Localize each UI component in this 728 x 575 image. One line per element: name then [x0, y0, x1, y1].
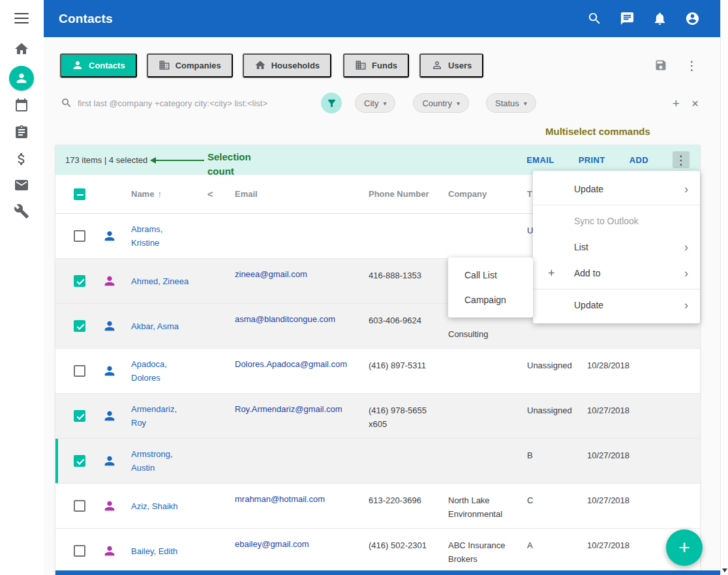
row-checkbox[interactable] [74, 320, 85, 332]
search-icon[interactable] [587, 11, 602, 26]
contact-name-link[interactable]: Armendariz, Roy [127, 394, 207, 438]
person-icon [102, 319, 117, 333]
billing-dollar-icon[interactable] [14, 151, 29, 167]
tab-contacts[interactable]: Contacts [60, 53, 137, 78]
menu-item-label: Sync to Outlook [574, 216, 639, 226]
column-header-email[interactable]: Email [235, 175, 369, 213]
tools-wrench-icon[interactable] [14, 203, 29, 219]
menu-item-add-to[interactable]: + Add to › [533, 260, 700, 286]
filter-chip-status[interactable]: Status▾ [486, 93, 536, 113]
person-icon [102, 409, 117, 423]
chevron-down-icon: ▾ [383, 100, 386, 107]
contact-modified-date: 10/27/2018 [587, 484, 665, 528]
calendar-icon[interactable] [14, 98, 29, 113]
contact-modified-date: 10/28/2018 [587, 349, 665, 393]
page-title: Contacts [59, 12, 113, 26]
chevron-right-icon: › [684, 241, 688, 254]
contact-company [448, 394, 527, 438]
tab-companies[interactable]: Companies [147, 53, 233, 78]
account-circle-icon[interactable] [685, 11, 700, 26]
select-all-checkbox[interactable] [74, 188, 85, 200]
add-filter-icon[interactable]: + [673, 97, 680, 110]
contact-phone [369, 214, 448, 258]
multiselect-kebab-icon[interactable]: ⋮ [673, 151, 690, 168]
row-checkbox[interactable] [74, 500, 85, 512]
selection-count-text: 173 items | 4 selected [65, 155, 147, 165]
contact-phone: 613-220-3696 [369, 484, 448, 528]
table-row[interactable]: Armstrong, Austin B 10/27/2018 [55, 439, 700, 484]
tab-users[interactable]: Users [419, 53, 483, 78]
menu-item-list[interactable]: List › [533, 234, 700, 260]
person-icon [102, 544, 117, 558]
submenu-item-campaign[interactable]: Campaign [448, 288, 533, 312]
row-checkbox[interactable] [74, 275, 85, 287]
filter-chip-city[interactable]: City▾ [355, 93, 395, 113]
contact-modified-date: 10/27/2018 [587, 394, 665, 438]
add-contact-fab[interactable]: + [666, 529, 703, 566]
row-checkbox[interactable] [74, 365, 85, 377]
table-row[interactable]: Bailey, Edith ebailey@gmail.com (416) 50… [55, 529, 700, 574]
contact-tier: C [527, 484, 587, 528]
tab-households[interactable]: Households [243, 53, 331, 78]
contact-name-link[interactable]: Aziz, Shaikh [127, 484, 207, 528]
add-button[interactable]: ADD [629, 155, 648, 165]
menu-hamburger-icon[interactable] [14, 13, 29, 25]
notifications-bell-icon[interactable] [652, 11, 667, 26]
home-icon[interactable] [14, 41, 29, 57]
chip-label: Country [422, 98, 452, 108]
contact-email [235, 214, 369, 258]
contact-name-link[interactable]: Apadoca, Dolores [127, 349, 207, 393]
table-row[interactable]: Aziz, Shaikh mrahman@hotmail.com 613-220… [55, 484, 700, 529]
chip-label: Status [495, 98, 519, 108]
menu-item-sync-to-outlook: Sync to Outlook [533, 208, 700, 234]
row-checkbox[interactable] [74, 230, 85, 242]
contact-tier: B [527, 439, 587, 483]
row-checkbox[interactable] [74, 410, 85, 422]
contact-name-link[interactable]: Akbar, Asma [127, 304, 207, 348]
print-button[interactable]: PRINT [579, 155, 605, 165]
filter-chip-country[interactable]: Country▾ [413, 93, 469, 113]
menu-item-update-top[interactable]: Update › [533, 176, 700, 202]
tab-funds[interactable]: Funds [343, 53, 409, 78]
row-checkbox[interactable] [74, 455, 85, 467]
contact-email: Roy.Armendariz@gmail.com [235, 394, 369, 438]
chevron-down-icon: ▾ [457, 100, 460, 107]
column-header-phone[interactable]: Phone Number [369, 175, 448, 213]
contact-company [448, 349, 527, 393]
home-icon [254, 59, 266, 71]
filter-funnel-icon[interactable] [321, 93, 342, 113]
search-input[interactable]: first last @company +category city:<city… [78, 98, 267, 108]
contact-modified-date: 10/27/2018 [587, 439, 665, 483]
collapse-columns-icon[interactable]: < [207, 175, 235, 213]
table-row[interactable]: Armendariz, Roy Roy.Armendariz@gmail.com… [55, 394, 700, 439]
clear-filters-icon[interactable]: × [691, 97, 699, 110]
contact-name-link[interactable]: Armstrong, Austin [127, 439, 207, 483]
row-checkbox[interactable] [74, 545, 85, 557]
vertical-scrollbar[interactable] [720, 0, 728, 575]
contact-email [235, 439, 369, 483]
save-icon[interactable] [654, 59, 667, 72]
person-icon [72, 59, 83, 71]
contact-email: ebailey@gmail.com [235, 529, 369, 573]
contact-name-link[interactable]: Bailey, Edith [127, 529, 207, 573]
submenu-item-call-list[interactable]: Call List [448, 263, 533, 288]
mail-icon[interactable] [14, 177, 29, 193]
search-icon [61, 97, 72, 109]
email-button[interactable]: EMAIL [526, 155, 554, 165]
person-icon [102, 274, 117, 288]
plus-icon: + [548, 267, 555, 280]
contact-phone: (416) 978-5655 x605 [369, 394, 448, 438]
table-row[interactable]: Apadoca, Dolores Dolores.Apadoca@gmail.c… [55, 349, 700, 394]
column-header-company[interactable]: Company [448, 175, 527, 213]
menu-item-update-bottom[interactable]: Update › [533, 292, 700, 318]
contact-name-link[interactable]: Ahmed, Zineea [127, 259, 207, 303]
sidebar-item-contacts-active[interactable] [9, 66, 34, 91]
column-header-name[interactable]: Name ↑ [127, 175, 207, 213]
tasks-clipboard-icon[interactable] [14, 125, 29, 140]
more-options-kebab-icon[interactable]: ⋮ [686, 59, 698, 72]
scroll-down-arrow-icon[interactable] [722, 568, 727, 572]
contact-name-link[interactable]: Abrams, Kristine [127, 214, 207, 258]
chat-icon[interactable] [620, 11, 635, 26]
person-outline-icon [431, 59, 443, 71]
bottom-blue-bar [55, 570, 720, 575]
